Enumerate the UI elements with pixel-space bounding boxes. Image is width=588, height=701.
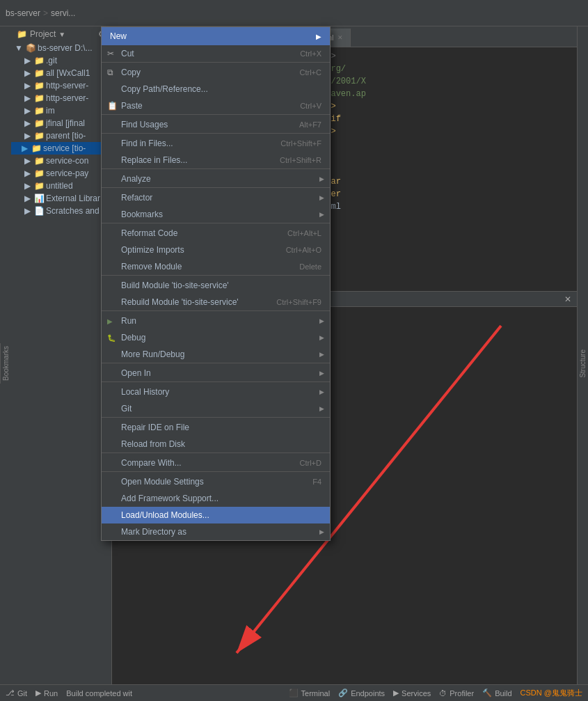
menu-item-bookmarks[interactable]: Bookmarks <box>102 206 330 223</box>
menu-item-load-unload[interactable]: Load/Unload Modules... <box>102 507 330 523</box>
tree-item-service-pay-label: service-pay <box>46 168 88 178</box>
tree-item-http1[interactable]: ▶ 📁 http-server- <box>11 79 111 92</box>
project-dropdown-icon[interactable]: ▼ <box>58 31 65 38</box>
menu-item-copy[interactable]: ⧉ Copy Ctrl+C <box>102 64 330 81</box>
breadcrumb-servi[interactable]: servi... <box>51 8 75 18</box>
cut-shortcut: Ctrl+X <box>286 49 321 58</box>
left-bookmarks-panel: Bookmarks <box>0 26 11 701</box>
tree-item-untitled[interactable]: ▶ 📁 untitled <box>11 180 111 192</box>
compare-label: Compare With... <box>121 458 286 468</box>
tree-item-root[interactable]: ▼ 📦 bs-server D:\... <box>11 42 111 54</box>
run-triangle-icon: ▶ <box>107 317 113 325</box>
status-endpoints[interactable]: 🔗 Endpoints <box>338 688 385 698</box>
reload-disk-label: Reload from Disk <box>121 439 321 449</box>
status-services[interactable]: ▶ Services <box>393 688 431 698</box>
tree-folder-service-pay: 📁 <box>34 168 44 178</box>
find-files-shortcut: Ctrl+Shift+F <box>267 139 321 148</box>
tab-pom-close[interactable]: ✕ <box>337 34 343 41</box>
breadcrumb-sep: > <box>43 8 48 18</box>
menu-item-analyze[interactable]: Analyze <box>102 171 330 188</box>
menu-item-remove-module[interactable]: Remove Module Delete <box>102 258 330 276</box>
tree-item-parent-label: parent [tio- <box>46 131 86 141</box>
status-profiler[interactable]: ⏱ Profiler <box>439 689 474 698</box>
replace-shortcut: Ctrl+Shift+R <box>266 156 321 164</box>
structure-label[interactable]: Structure <box>579 349 587 378</box>
top-bar: bs-server > servi... <box>0 0 588 26</box>
tree-item-http2[interactable]: ▶ 📁 http-server- <box>11 92 111 104</box>
menu-item-rebuild[interactable]: Rebuild Module 'tio-site-service' Ctrl+S… <box>102 294 330 311</box>
tree-item-jfinal-label: jfinal [jfinal <box>46 118 85 128</box>
menu-item-copy-path[interactable]: Copy Path/Reference... <box>102 81 330 97</box>
menu-item-cut[interactable]: ✂ Cut Ctrl+X <box>102 45 330 63</box>
menu-item-git[interactable]: Git <box>102 400 330 418</box>
tree-folder-service: 📁 <box>31 143 41 153</box>
menu-item-local-history[interactable]: Local History <box>102 384 330 400</box>
breadcrumb-bs-server[interactable]: bs-server <box>6 8 40 18</box>
menu-item-paste[interactable]: 📋 Paste Ctrl+V <box>102 97 330 115</box>
menu-item-reformat[interactable]: Reformat Code Ctrl+Alt+L <box>102 225 330 242</box>
menu-item-open-in[interactable]: Open In <box>102 365 330 382</box>
project-folder-icon: 📁 <box>17 29 27 39</box>
services-label: Services <box>402 689 431 698</box>
tree-expand-untitled: ▶ <box>22 181 32 191</box>
endpoints-icon: 🔗 <box>338 688 348 698</box>
tree-expand-ext-lib: ▶ <box>22 194 32 203</box>
menu-item-build[interactable]: Build Module 'tio-site-service' <box>102 277 330 294</box>
add-framework-label: Add Framework Support... <box>121 494 321 503</box>
copy-icon: ⧉ <box>107 68 113 77</box>
menu-item-reload-disk[interactable]: Reload from Disk <box>102 436 330 453</box>
status-terminal[interactable]: ⬛ Terminal <box>289 688 331 698</box>
menu-item-optimize[interactable]: Optimize Imports Ctrl+Alt+O <box>102 242 330 258</box>
bottom-close-icon[interactable]: ✕ <box>564 294 571 304</box>
menu-item-new[interactable]: New ▶ <box>102 27 330 45</box>
menu-new-label: New <box>110 31 127 41</box>
menu-item-run[interactable]: ▶ Run <box>102 313 330 329</box>
tree-item-service[interactable]: ▶ 📁 service [tio- <box>11 142 111 155</box>
tree-item-service-pay[interactable]: ▶ 📁 service-pay <box>11 167 111 180</box>
status-run[interactable]: ▶ Run <box>35 688 58 698</box>
build-completed-label: Build completed wit <box>66 689 132 698</box>
tree-item-scratches[interactable]: ▶ 📄 Scratches and <box>11 205 111 217</box>
menu-item-find-files[interactable]: Find in Files... Ctrl+Shift+F <box>102 135 330 152</box>
run-status-label: Run <box>44 689 58 698</box>
bookmarks-label[interactable]: Bookmarks <box>0 343 11 384</box>
build-status-label: Build <box>495 689 511 698</box>
tree-item-jfinal[interactable]: ▶ 📁 jfinal [jfinal <box>11 117 111 129</box>
tree-folder-git: 📁 <box>34 56 44 65</box>
mark-dir-label: Mark Directory as <box>121 527 321 537</box>
menu-item-open-module[interactable]: Open Module Settings F4 <box>102 473 330 490</box>
tree-item-service-con[interactable]: ▶ 📁 service-con <box>11 155 111 167</box>
status-git[interactable]: ⎇ Git <box>6 688 27 698</box>
right-structure-panel: Structure <box>577 26 588 701</box>
menu-item-repair-ide[interactable]: Repair IDE on File <box>102 419 330 436</box>
tree-item-git[interactable]: ▶ 📁 .git <box>11 54 111 67</box>
menu-item-mark-dir[interactable]: Mark Directory as <box>102 523 330 540</box>
tree-expand-http1: ▶ <box>22 81 32 90</box>
tree-item-all[interactable]: ▶ 📁 all [WxCall1 <box>11 67 111 79</box>
tree-folder-service-con: 📁 <box>34 156 44 166</box>
menu-item-add-framework[interactable]: Add Framework Support... <box>102 490 330 507</box>
optimize-label: Optimize Imports <box>121 245 272 255</box>
debug-bug-icon: 🐛 <box>107 334 116 342</box>
menu-item-replace[interactable]: Replace in Files... Ctrl+Shift+R <box>102 152 330 169</box>
run-icon-status: ▶ <box>35 688 41 698</box>
tree-item-ext-lib-label: External Librar <box>46 194 100 203</box>
replace-label: Replace in Files... <box>121 155 266 165</box>
tree-expand-service: ▶ <box>19 143 29 153</box>
menu-item-more-run[interactable]: More Run/Debug <box>102 346 330 363</box>
menu-item-refactor[interactable]: Refactor <box>102 189 330 206</box>
tree-item-ext-lib[interactable]: ▶ 📊 External Librar <box>11 192 111 205</box>
tree-item-im[interactable]: ▶ 📁 im <box>11 104 111 117</box>
tree-item-http1-label: http-server- <box>46 81 88 90</box>
rebuild-label: Rebuild Module 'tio-site-service' <box>121 297 262 307</box>
tree-expand-scratches: ▶ <box>22 206 32 216</box>
tree-item-parent[interactable]: ▶ 📁 parent [tio- <box>11 129 111 142</box>
tree-expand-jfinal: ▶ <box>22 118 32 128</box>
build-label-menu: Build Module 'tio-site-service' <box>121 281 321 290</box>
tree-expand-im: ▶ <box>22 106 32 116</box>
tree-folder-http1: 📁 <box>34 81 44 90</box>
menu-item-compare[interactable]: Compare With... Ctrl+D <box>102 455 330 472</box>
status-build[interactable]: 🔨 Build <box>482 688 511 698</box>
menu-item-find-usages[interactable]: Find Usages Alt+F7 <box>102 116 330 134</box>
menu-item-debug[interactable]: 🐛 Debug <box>102 329 330 346</box>
